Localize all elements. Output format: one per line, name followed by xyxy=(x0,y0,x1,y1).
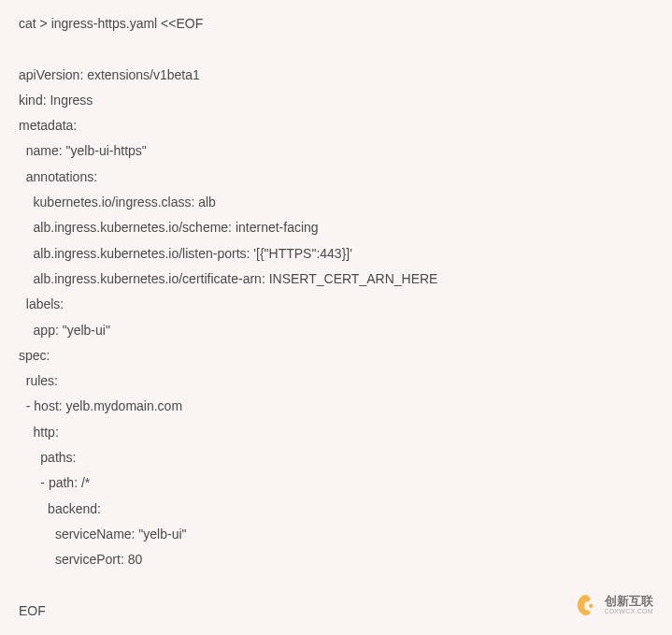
code-block: cat > ingress-https.yaml <<EOF apiVersio… xyxy=(19,11,653,624)
code-line: annotations: xyxy=(19,169,97,184)
code-line: EOF xyxy=(19,603,46,618)
code-line: paths: xyxy=(19,450,76,465)
code-line: rules: xyxy=(19,373,58,388)
code-line: backend: xyxy=(19,501,101,516)
code-line: app: "yelb-ui" xyxy=(19,323,110,338)
svg-point-0 xyxy=(589,604,593,608)
watermark-sub: CDXWCX.COM xyxy=(605,608,653,615)
code-line: apiVersion: extensions/v1beta1 xyxy=(19,67,200,82)
code-line: alb.ingress.kubernetes.io/certificate-ar… xyxy=(19,271,437,286)
watermark: 创新互联 CDXWCX.COM xyxy=(573,592,653,618)
code-line: metadata: xyxy=(19,118,77,133)
code-line: - host: yelb.mydomain.com xyxy=(19,398,182,413)
watermark-text: 创新互联 CDXWCX.COM xyxy=(605,595,653,615)
code-line: servicePort: 80 xyxy=(19,552,142,567)
code-line: kind: Ingress xyxy=(19,93,93,108)
code-line: kubernetes.io/ingress.class: alb xyxy=(19,195,216,209)
watermark-main: 创新互联 xyxy=(605,595,653,608)
code-line: http: xyxy=(19,425,59,440)
code-line: serviceName: "yelb-ui" xyxy=(19,527,187,541)
code-line: cat > ingress-https.yaml <<EOF xyxy=(19,16,203,31)
code-line: spec: xyxy=(19,348,50,363)
code-line: alb.ingress.kubernetes.io/listen-ports: … xyxy=(19,246,352,261)
code-line: name: "yelb-ui-https" xyxy=(19,143,147,158)
logo-icon xyxy=(573,592,599,618)
code-line: labels: xyxy=(19,296,64,311)
code-line: alb.ingress.kubernetes.io/scheme: intern… xyxy=(19,220,319,235)
code-line: - path: /* xyxy=(19,475,90,490)
